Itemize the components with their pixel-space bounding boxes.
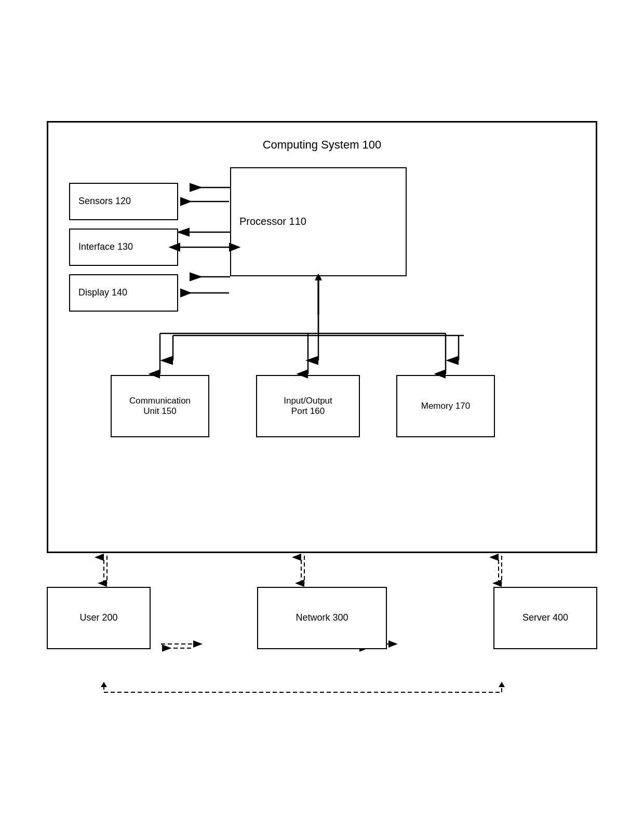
interface-box: Interface 130 [69, 229, 178, 266]
communication-box: Communication Unit 150 [111, 375, 209, 437]
memory-box: Memory 170 [396, 375, 495, 437]
user-box: User 200 [47, 587, 151, 649]
io-port-box: Input/Output Port 160 [256, 375, 360, 437]
processor-box: Processor 110 [230, 167, 407, 276]
diagram-container: Computing System 100 [36, 111, 608, 709]
network-box: Network 300 [257, 587, 387, 649]
computing-system-box: Computing System 100 [47, 121, 597, 553]
sensors-box: Sensors 120 [69, 183, 178, 220]
computing-system-label: Computing System 100 [69, 138, 575, 152]
display-box: Display 140 [69, 274, 178, 312]
svg-marker-50 [101, 682, 107, 687]
svg-marker-51 [499, 682, 505, 687]
server-box: Server 400 [493, 587, 597, 649]
